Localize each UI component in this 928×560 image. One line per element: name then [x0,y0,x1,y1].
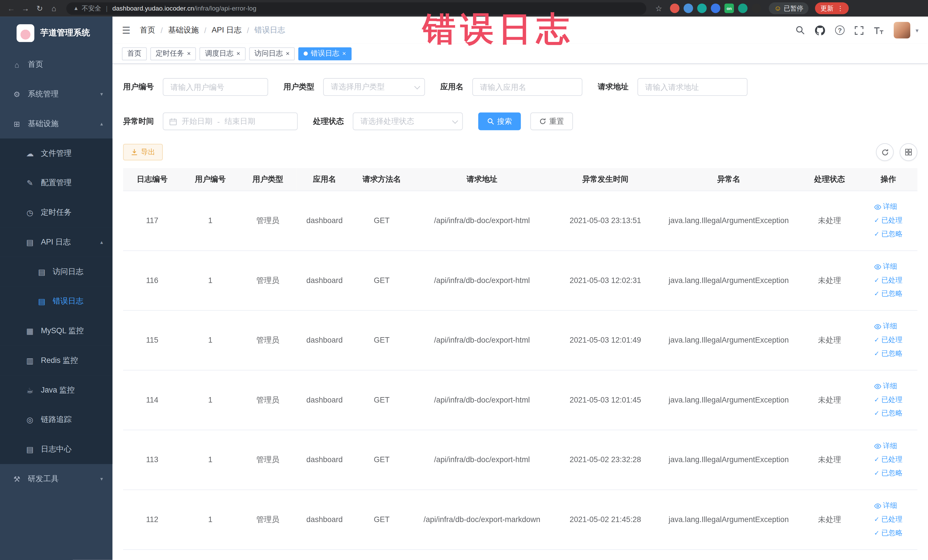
detail-link[interactable]: 详细 [874,441,897,451]
browser-reload-icon[interactable]: ↻ [33,4,46,12]
filter-row-2: 异常时间 开始日期 - 结束日期 处理状态 请选择处理状态 [123,112,917,130]
sidebar-item-redis-monitor[interactable]: ▥ Redis 监控 [0,346,112,375]
mark-ignored-link[interactable]: ✓ 已忽略 [874,229,903,239]
search-icon[interactable] [795,25,805,35]
detail-link[interactable]: 详细 [874,202,897,212]
export-button[interactable]: 导出 [123,144,163,160]
mark-processed-link[interactable]: ✓ 已处理 [874,455,903,464]
mark-processed-link[interactable]: ✓ 已处理 [874,335,903,345]
detail-link[interactable]: 详细 [874,381,897,391]
avatar-caret-icon[interactable]: ▾ [916,27,918,34]
mark-ignored-link[interactable]: ✓ 已忽略 [874,468,903,478]
hamburger-icon[interactable]: ☰ [122,24,130,36]
extension-icon[interactable] [670,3,679,13]
mark-processed-link[interactable]: ✓ 已处理 [874,514,903,524]
menu-label: Redis 监控 [41,355,78,366]
cell-exception-time: 2021-05-03 12:01:49 [553,310,658,370]
tab-schedule-log[interactable]: 调度日志 × [200,47,246,60]
cell-app-name: dashboard [296,191,353,250]
menu-label: 配置管理 [41,177,72,188]
chevron-icon: ▴ [101,239,103,245]
mark-ignored-link[interactable]: ✓ 已忽略 [874,409,903,418]
cell-actions: 详细 ✓ 已处理 ✓ 已忽略 [859,191,917,250]
github-icon[interactable] [815,25,825,35]
browser-forward-icon[interactable]: → [19,4,32,12]
search-button-label: 搜索 [497,116,512,127]
tab-close-icon[interactable]: × [187,50,191,57]
mark-ignored-link[interactable]: ✓ 已忽略 [874,349,903,359]
processed-label: 已处理 [881,335,903,345]
sidebar-item-tracing[interactable]: ◎ 链路追踪 [0,405,112,435]
date-range-picker[interactable]: 开始日期 - 结束日期 [163,112,298,130]
browser-update-button[interactable]: 更新 ⋮ [815,2,849,14]
extension-icon[interactable] [711,3,720,13]
extension-icon[interactable] [684,3,693,13]
mark-processed-link[interactable]: ✓ 已处理 [874,395,903,405]
sidebar-item-scheduled-tasks[interactable]: ◷ 定时任务 [0,198,112,227]
user-type-select[interactable]: 请选择用户类型 [323,78,425,96]
font-size-icon[interactable] [873,26,884,35]
mark-processed-link[interactable]: ✓ 已处理 [874,275,903,285]
breadcrumb-home[interactable]: 首页 [140,25,155,35]
tab-close-icon[interactable]: × [237,50,240,57]
browser-back-icon[interactable]: ← [5,4,18,12]
browser-home-icon[interactable]: ⌂ [47,4,61,12]
logo-image [17,24,34,42]
process-status-select[interactable]: 请选择处理状态 [353,112,463,130]
tab-label: 调度日志 [205,49,234,58]
sidebar-item-log-center[interactable]: ▤ 日志中心 [0,435,112,464]
mark-ignored-link[interactable]: ✓ 已忽略 [874,528,903,538]
refresh-button[interactable] [876,143,894,161]
tab-scheduled-tasks[interactable]: 定时任务 × [150,47,196,60]
search-button[interactable]: 搜索 [478,112,520,130]
tab-home[interactable]: 首页 [122,47,147,60]
sidebar-item-file-management[interactable]: ☁ 文件管理 [0,138,112,168]
user-avatar[interactable] [894,22,910,38]
sidebar-item-home[interactable]: ⌂ 首页 [0,50,112,79]
sidebar-item-config-management[interactable]: ✎ 配置管理 [0,168,112,198]
breadcrumb-api-log[interactable]: API 日志 [212,25,242,35]
detail-link[interactable]: 详细 [874,262,897,272]
extension-icon[interactable] [738,3,748,13]
sidebar-item-api-log[interactable]: ▤ API 日志 ▴ [0,227,112,257]
sidebar-item-access-log[interactable]: ▤ 访问日志 [0,257,112,287]
document-icon: ▤ [37,267,47,276]
extension-icon[interactable] [752,3,761,13]
app-name-input[interactable] [472,78,583,96]
bookmark-star-icon[interactable]: ☆ [652,4,665,12]
app-logo[interactable]: 芋道管理系统 [0,17,112,50]
sidebar-item-dev-tools[interactable]: ⚒ 研发工具 ▾ [0,464,112,494]
fullscreen-icon[interactable] [855,26,864,35]
help-icon[interactable]: ? [835,25,844,35]
extension-on-badge[interactable]: on [724,3,734,13]
browser-menu-icon[interactable]: ⋮ [837,5,844,12]
sidebar-item-error-log[interactable]: ▤ 错误日志 [0,287,112,316]
screenshot-root: 错误日志 ← → ↻ ⌂ ▲ 不安全 | dashboard.yudao.ioc… [0,0,928,560]
column-settings-button[interactable] [900,143,917,161]
sidebar-item-mysql-monitor[interactable]: ▦ MySQL 监控 [0,316,112,346]
menu-label: 文件管理 [41,148,72,159]
mark-processed-link[interactable]: ✓ 已处理 [874,215,903,225]
reset-button[interactable]: 重置 [530,112,573,130]
app-name-label: 应用名 [441,82,464,92]
request-url-input[interactable] [637,78,748,96]
sidebar-item-infrastructure[interactable]: ⊞ 基础设施 ▴ [0,109,112,139]
cell-request-url: /api/infra/db-doc/export-markdown [411,490,553,549]
extension-icon[interactable] [697,3,707,13]
tab-close-icon[interactable]: × [286,50,290,57]
app-title: 芋道管理系统 [40,28,90,38]
tab-access-log[interactable]: 访问日志 × [249,47,295,60]
user-id-input[interactable] [163,78,268,96]
request-url-label: 请求地址 [598,82,629,92]
user-type-placeholder: 请选择用户类型 [331,82,385,92]
breadcrumb-infrastructure[interactable]: 基础设施 [168,25,199,35]
tab-error-log[interactable]: 错误日志 × [298,47,351,60]
sidebar-item-java-monitor[interactable]: ☕ Java 监控 [0,375,112,405]
sidebar-item-system-management[interactable]: ⚙ 系统管理 ▾ [0,79,112,109]
mark-ignored-link[interactable]: ✓ 已忽略 [874,289,903,299]
detail-link[interactable]: 详细 [874,500,897,511]
profile-paused-badge[interactable]: ☺ 已暂停 [769,2,809,14]
detail-link[interactable]: 详细 [874,322,897,331]
detail-label: 详细 [883,202,897,212]
tab-close-icon[interactable]: × [342,50,346,57]
